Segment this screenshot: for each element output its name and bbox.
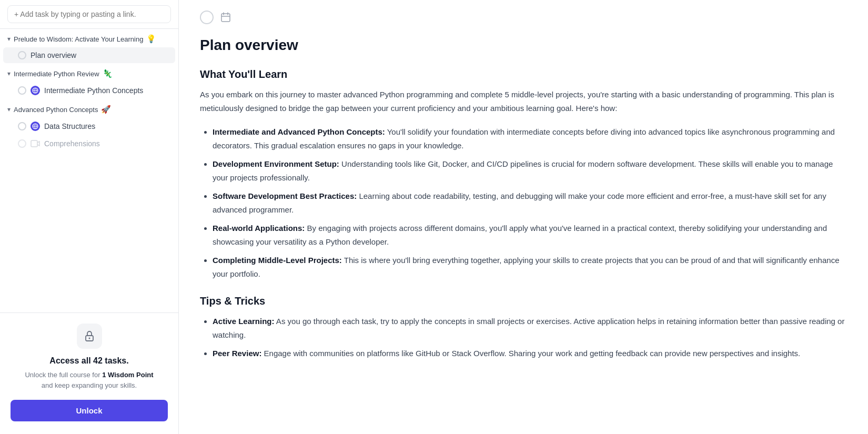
sidebar-section-header-advanced-concepts[interactable]: ▾ Advanced Python Concepts 🚀 [0, 99, 178, 117]
what-learn-title: What You'll Learn [200, 68, 847, 80]
learn-bullet-1-bold: Intermediate and Advanced Python Concept… [213, 127, 385, 136]
learn-bullet-3: Software Development Best Practices: Lea… [213, 189, 847, 216]
add-task-bar [0, 0, 178, 29]
tips-title: Tips & Tricks [200, 295, 847, 307]
calendar-icon[interactable] [219, 11, 233, 24]
learn-bullets: Intermediate and Advanced Python Concept… [200, 125, 847, 280]
globe-icon-2 [31, 122, 40, 131]
chevron-down-icon-2: ▾ [7, 70, 11, 77]
chevron-down-icon: ▾ [7, 35, 11, 43]
sidebar-section-header-intermediate-review[interactable]: ▾ Intermediate Python Review 🦎 [0, 64, 178, 82]
learn-bullet-5: Completing Middle-Level Projects: This i… [213, 254, 847, 280]
section-label-intermediate-review: Intermediate Python Review [14, 70, 99, 78]
sidebar-item-plan-overview[interactable]: Plan overview [3, 47, 175, 63]
tips-bullet-1: Active Learning: As you go through each … [213, 315, 847, 341]
sidebar-item-comprehensions[interactable]: Comprehensions [3, 135, 175, 152]
unlock-desc: Unlock the full course for 1 Wisdom Poin… [11, 370, 168, 390]
section-emoji-intermediate-review: 🦎 [103, 69, 113, 78]
section-label-advanced-concepts: Advanced Python Concepts [14, 106, 98, 114]
unlock-desc-prefix: Unlock the full course for [25, 371, 102, 379]
tips-bullet-2-text: Engage with communities on platforms lik… [261, 349, 800, 358]
unlock-desc-highlight: 1 Wisdom Point [102, 371, 153, 379]
sidebar-section-prelude: ▾ Prelude to Wisdom: Activate Your Learn… [0, 29, 178, 64]
svg-rect-2 [31, 140, 37, 147]
task-complete-button[interactable] [200, 11, 214, 24]
sidebar-item-data-structures[interactable]: Data Structures [3, 118, 175, 135]
tips-bullet-2: Peer Review: Engage with communities on … [213, 347, 847, 360]
tips-bullets: Active Learning: As you go through each … [200, 315, 847, 360]
radio-icon-3 [18, 122, 26, 130]
radio-icon-2 [18, 86, 26, 95]
learn-bullet-4-text: By engaging with projects across differe… [213, 224, 827, 246]
sidebar-section-header-prelude[interactable]: ▾ Prelude to Wisdom: Activate Your Learn… [0, 29, 178, 47]
main-content: Plan overview What You'll Learn As you e… [179, 0, 868, 434]
radio-icon-4 [18, 139, 26, 148]
learn-bullet-5-bold: Completing Middle-Level Projects: [213, 256, 342, 265]
svg-rect-5 [221, 14, 230, 22]
tips-bullet-2-bold: Peer Review: [213, 349, 261, 358]
learn-bullet-4: Real-world Applications: By engaging wit… [213, 221, 847, 248]
sidebar-item-label-plan-overview: Plan overview [31, 51, 76, 59]
learn-bullet-4-bold: Real-world Applications: [213, 224, 305, 233]
sidebar-item-label-comprehensions: Comprehensions [44, 139, 100, 148]
sidebar-item-intermediate-concepts[interactable]: Intermediate Python Concepts [3, 82, 175, 99]
svg-point-4 [88, 338, 90, 339]
top-icons-row [200, 11, 847, 24]
unlock-title: Access all 42 tasks. [11, 356, 168, 366]
video-icon [31, 139, 40, 148]
section-label-prelude: Prelude to Wisdom: Activate Your Learnin… [14, 35, 143, 43]
plan-title: Plan overview [200, 37, 847, 54]
intro-text: As you embark on this journey to master … [200, 88, 847, 115]
sidebar-item-label-data-structures: Data Structures [44, 122, 95, 130]
learn-bullet-3-bold: Software Development Best Practices: [213, 191, 357, 200]
learn-bullet-1: Intermediate and Advanced Python Concept… [213, 125, 847, 152]
section-emoji-prelude: 💡 [146, 34, 156, 44]
unlock-button[interactable]: Unlock [11, 400, 168, 421]
chevron-down-icon-3: ▾ [7, 106, 11, 113]
learn-bullet-2: Development Environment Setup: Understan… [213, 157, 847, 184]
tips-bullet-1-bold: Active Learning: [213, 317, 275, 326]
sidebar: ▾ Prelude to Wisdom: Activate Your Learn… [0, 0, 179, 434]
section-emoji-advanced-concepts: 🚀 [101, 105, 111, 114]
sidebar-section-intermediate-review: ▾ Intermediate Python Review 🦎 Intermedi… [0, 64, 178, 99]
tips-bullet-1-text: As you go through each task, try to appl… [213, 317, 844, 339]
radio-icon [18, 51, 26, 59]
lock-icon-large [77, 324, 102, 349]
sidebar-section-advanced-concepts: ▾ Advanced Python Concepts 🚀 Data Struct… [0, 99, 178, 153]
unlock-desc-suffix: and keep expanding your skills. [42, 381, 137, 389]
sidebar-item-label-intermediate-concepts: Intermediate Python Concepts [44, 86, 143, 95]
unlock-section: Access all 42 tasks. Unlock the full cou… [0, 312, 178, 434]
learn-bullet-2-bold: Development Environment Setup: [213, 159, 339, 168]
globe-icon [31, 86, 40, 95]
add-task-input[interactable] [7, 5, 171, 23]
